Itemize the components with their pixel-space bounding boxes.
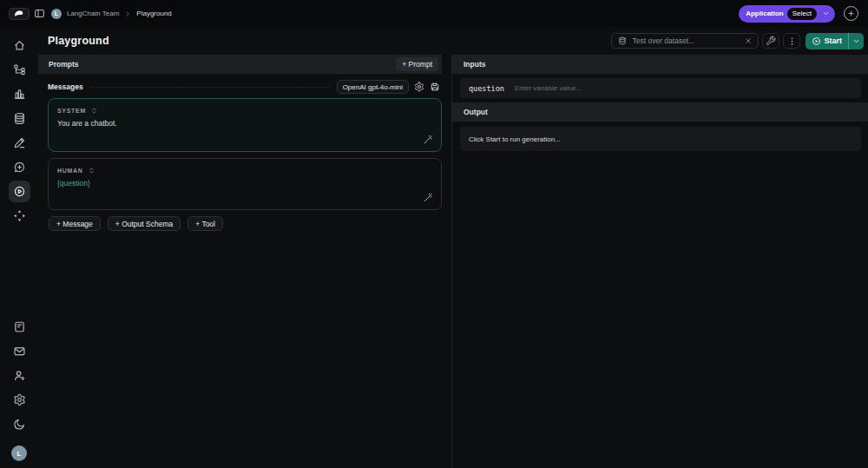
start-button[interactable]: Start — [806, 33, 864, 49]
parrot-logo-icon — [13, 10, 25, 17]
play-circle-icon — [812, 36, 821, 46]
role-updown-icon[interactable] — [88, 167, 95, 175]
output-header: Output — [452, 102, 868, 122]
home-icon[interactable] — [7, 33, 31, 57]
breadcrumb-team[interactable]: LangChain Team — [67, 10, 119, 17]
add-button[interactable] — [844, 6, 858, 21]
dotted-divider — [90, 87, 330, 88]
model-select-button[interactable]: OpenAI gpt-4o-mini — [337, 80, 409, 94]
messages-header: Messages OpenAI gpt-4o-mini — [48, 80, 440, 94]
start-dropdown-button[interactable] — [849, 37, 864, 45]
trace-tree-icon[interactable] — [7, 57, 31, 82]
message-actions: + Message + Output Schema + Tool — [49, 216, 442, 231]
message-text[interactable]: {question} — [57, 179, 432, 188]
application-select-button[interactable]: Application Select — [739, 5, 835, 23]
breadcrumb: L LangChain Team Playground — [51, 9, 172, 19]
settings-gear-icon[interactable] — [7, 387, 31, 412]
top-nav: L LangChain Team Playground Application … — [0, 0, 868, 27]
sidebar: L — [0, 27, 38, 468]
inputs-header: Inputs — [452, 55, 868, 74]
dataset-input-field[interactable] — [632, 36, 740, 45]
breadcrumb-page[interactable]: Playground — [136, 10, 171, 17]
sidebar-toggle-icon[interactable] — [34, 8, 45, 19]
human-message-card[interactable]: HUMAN {question} — [48, 158, 442, 210]
mail-envelope-icon[interactable] — [7, 339, 31, 363]
sidebar-bottom-nav: L — [7, 314, 31, 461]
add-tool-button[interactable]: + Tool — [187, 216, 223, 231]
add-message-button[interactable]: + Message — [49, 216, 101, 231]
docs-file-icon[interactable] — [7, 314, 31, 339]
langsmith-logo[interactable] — [9, 8, 30, 20]
dark-mode-moon-icon[interactable] — [7, 412, 31, 436]
prompts-chat-plus-icon[interactable] — [7, 155, 31, 179]
prompts-panel: Prompts + Prompt Messages OpenAI gpt-4o-… — [38, 55, 452, 468]
messages-header-label: Messages — [48, 82, 83, 91]
user-avatar[interactable]: L — [11, 445, 27, 461]
playground-play-icon[interactable] — [9, 181, 30, 202]
wand-icon[interactable] — [423, 135, 433, 145]
save-prompt-icon[interactable] — [430, 82, 440, 92]
wand-icon[interactable] — [423, 193, 433, 203]
chevron-down-icon — [820, 10, 832, 17]
io-panel: Inputs question Output Click Start to ru… — [452, 55, 868, 468]
role-updown-icon[interactable] — [90, 107, 98, 115]
inputs-header-label: Inputs — [464, 60, 486, 69]
start-button-main[interactable]: Start — [806, 36, 848, 46]
start-label: Start — [824, 36, 842, 45]
dataset-icon — [618, 36, 627, 45]
title-row: Playground — [38, 27, 868, 55]
sidebar-top-nav — [7, 33, 31, 227]
clear-dataset-icon[interactable] — [745, 37, 752, 44]
model-settings-gear-icon[interactable] — [414, 82, 424, 92]
topnav-right: Application Select — [739, 5, 858, 23]
datasets-database-icon[interactable] — [7, 106, 31, 130]
team-avatar[interactable]: L — [51, 9, 62, 19]
message-role-label[interactable]: SYSTEM — [57, 108, 86, 114]
deployments-arrows-icon[interactable] — [7, 203, 31, 227]
dashboard-chart-icon[interactable] — [7, 82, 31, 106]
prompts-header-label: Prompts — [49, 60, 78, 69]
test-over-dataset-input[interactable] — [611, 33, 759, 49]
system-message-card[interactable]: SYSTEM You are a chatbot. — [48, 98, 442, 152]
add-output-schema-button[interactable]: + Output Schema — [108, 216, 181, 231]
message-text[interactable]: You are a chatbot. — [57, 119, 432, 128]
add-prompt-button[interactable]: + Prompt — [396, 57, 438, 71]
variable-value-input[interactable] — [515, 84, 852, 92]
prompts-header: Prompts + Prompt — [38, 55, 442, 74]
message-role-label[interactable]: HUMAN — [57, 168, 83, 174]
application-value[interactable]: Select — [787, 8, 817, 20]
application-label: Application — [746, 10, 784, 17]
tools-wrench-button[interactable] — [762, 33, 779, 49]
more-options-button[interactable] — [783, 33, 800, 49]
variable-name: question — [469, 84, 504, 93]
output-header-label: Output — [464, 108, 488, 116]
output-empty-state: Click Start to run generation... — [460, 127, 861, 151]
chevron-right-icon — [124, 10, 131, 17]
variable-input-row[interactable]: question — [460, 78, 861, 98]
page-title: Playground — [48, 35, 109, 47]
playground-toolbar: Start — [611, 33, 864, 49]
annotation-pen-icon[interactable] — [7, 130, 31, 155]
app: L LangChain Team Playground Application … — [0, 0, 868, 468]
invite-user-icon[interactable] — [7, 363, 31, 387]
